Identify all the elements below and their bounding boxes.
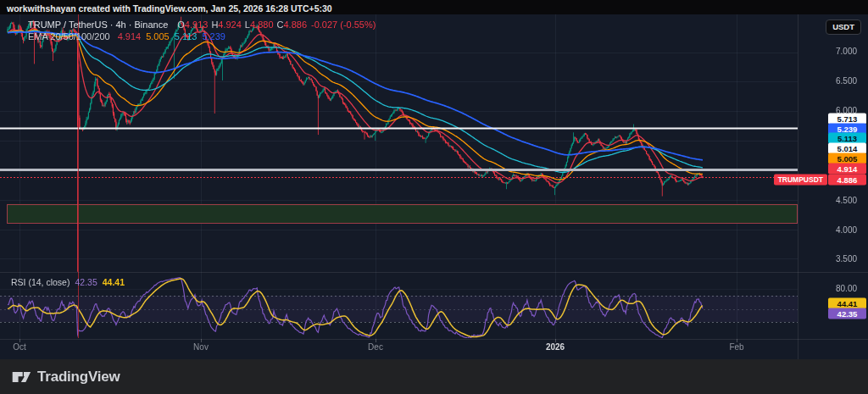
price-tick: 6.500 [836,76,857,86]
rsi-tick: 80.00 [836,284,857,293]
tradingview-logo-link[interactable]: TradingView [11,367,120,387]
open-label: O [177,19,185,30]
price-tick: 4.000 [836,225,857,235]
rsi-label: RSI (14, close) [11,277,70,287]
currency-toggle-button[interactable]: USDT [826,19,861,35]
rsi-value: 42.35 [75,277,97,287]
rsi-badge: 42.35 [828,308,866,319]
price-badge: 4.914 [828,164,866,175]
ema-legend[interactable]: EMA 20/50/100/2004.9145.0055.1135.239 [28,31,225,42]
price-scale[interactable]: 7.0006.5006.0004.5004.0003.5005.7135.239… [798,14,868,359]
price-tick: 7.000 [836,47,857,56]
close-value: 4.886 [283,19,307,30]
ema100-value: 5.113 [175,31,198,42]
time-label: Feb [729,342,743,352]
ema200-value: 5.239 [202,31,225,42]
time-label: 2026 [546,342,565,352]
rsi-legend[interactable]: RSI (14, close)42.3544.41 [11,277,125,287]
rsi-ma-value: 44.41 [103,277,125,287]
price-tick: 3.500 [836,254,857,264]
ema20-value: 4.914 [118,31,142,42]
symbol-legend[interactable]: TRUMP / TetherUS · 4h · BinanceO4.913H4.… [28,19,376,30]
symbol-title: TRUMP / TetherUS · 4h · Binance [28,19,168,30]
price-tick: 4.500 [836,196,857,205]
time-label: Dec [368,342,383,352]
tradingview-snapshot: workwithshayan created with TradingView.… [0,0,868,394]
time-label: Nov [193,342,209,352]
price-badge: 4.886 [828,175,866,186]
price-chart-canvas[interactable] [0,0,868,394]
high-value: 4.924 [218,19,242,30]
open-value: 4.913 [185,19,209,30]
ema50-value: 5.005 [146,31,170,42]
tradingview-logo-icon [11,367,31,387]
time-axis[interactable]: OctNovDec2026Feb [0,339,798,359]
attribution-bar: workwithshayan created with TradingView.… [0,0,868,14]
attribution-text: workwithshayan created with TradingView.… [0,2,332,16]
symbol-price-badge: TRUMPUSDT [774,175,827,186]
low-value: 4.880 [250,19,274,30]
footer-bar: TradingView [0,359,868,394]
ema-label: EMA 20/50/100/200 [28,31,110,42]
change-value: -0.027 (-0.55%) [311,19,376,30]
tradingview-wordmark: TradingView [37,369,120,386]
time-label: Oct [13,342,26,352]
